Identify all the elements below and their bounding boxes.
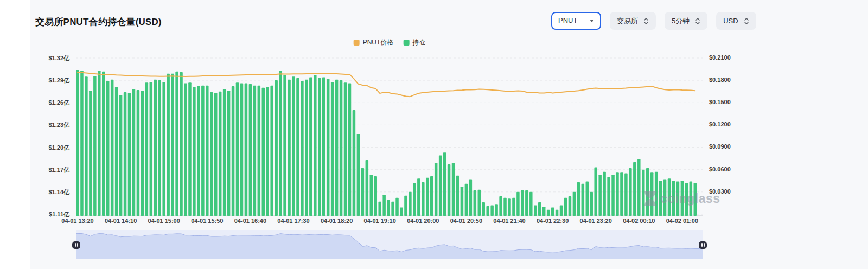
chart-canvas[interactable] bbox=[76, 54, 703, 216]
chart-plot-area[interactable] bbox=[76, 54, 703, 216]
oi-bar[interactable] bbox=[106, 81, 110, 216]
oi-bar[interactable] bbox=[620, 172, 623, 216]
oi-bar[interactable] bbox=[452, 163, 455, 216]
oi-bar[interactable] bbox=[409, 192, 412, 216]
oi-bar[interactable] bbox=[465, 184, 468, 216]
oi-bar[interactable] bbox=[560, 206, 563, 216]
oi-bar[interactable] bbox=[150, 82, 153, 216]
oi-bar[interactable] bbox=[219, 92, 222, 216]
oi-bar[interactable] bbox=[98, 71, 101, 216]
oi-bar[interactable] bbox=[633, 162, 636, 216]
oi-bar[interactable] bbox=[340, 80, 343, 216]
oi-bar[interactable] bbox=[141, 91, 144, 216]
range-navigator[interactable] bbox=[76, 230, 703, 259]
currency-select[interactable]: USD bbox=[716, 12, 756, 30]
oi-bar[interactable] bbox=[443, 152, 446, 216]
oi-bar[interactable] bbox=[426, 178, 429, 216]
oi-bar[interactable] bbox=[180, 72, 183, 216]
oi-bar[interactable] bbox=[573, 192, 576, 216]
oi-bar[interactable] bbox=[448, 164, 451, 216]
oi-bar[interactable] bbox=[474, 190, 477, 216]
oi-bar[interactable] bbox=[335, 80, 339, 216]
oi-bar[interactable] bbox=[503, 198, 507, 216]
oi-bar[interactable] bbox=[521, 190, 524, 216]
oi-bar[interactable] bbox=[616, 172, 619, 216]
oi-bar[interactable] bbox=[395, 198, 399, 216]
oi-bar[interactable] bbox=[663, 180, 667, 216]
oi-bar[interactable] bbox=[245, 84, 248, 216]
oi-bar[interactable] bbox=[305, 80, 308, 216]
oi-bar[interactable] bbox=[132, 89, 136, 216]
oi-bar[interactable] bbox=[292, 76, 295, 216]
interval-select[interactable]: 5分钟 bbox=[665, 12, 707, 30]
oi-bar[interactable] bbox=[582, 184, 585, 216]
oi-bar[interactable] bbox=[685, 183, 688, 216]
oi-bar[interactable] bbox=[694, 183, 697, 216]
oi-bar[interactable] bbox=[154, 80, 157, 216]
oi-bar[interactable] bbox=[318, 78, 321, 216]
oi-bar[interactable] bbox=[469, 180, 473, 216]
oi-bar[interactable] bbox=[577, 182, 580, 216]
oi-bar[interactable] bbox=[435, 163, 438, 216]
oi-bar[interactable] bbox=[184, 84, 187, 216]
oi-bar[interactable] bbox=[223, 89, 226, 216]
oi-bar[interactable] bbox=[646, 168, 649, 216]
oi-bar[interactable] bbox=[119, 95, 123, 216]
oi-bar[interactable] bbox=[348, 84, 352, 216]
legend-item-price[interactable]: PNUT价格 bbox=[354, 38, 394, 47]
navigator-canvas[interactable] bbox=[76, 230, 703, 259]
oi-bar[interactable] bbox=[681, 181, 684, 216]
oi-bar[interactable] bbox=[461, 187, 464, 216]
oi-bar[interactable] bbox=[456, 176, 459, 216]
legend-item-oi[interactable]: 持仓 bbox=[403, 38, 425, 47]
oi-bar[interactable] bbox=[240, 84, 244, 216]
oi-bar[interactable] bbox=[603, 172, 606, 216]
oi-bar[interactable] bbox=[137, 90, 140, 216]
oi-bar[interactable] bbox=[642, 170, 645, 216]
oi-bar[interactable] bbox=[382, 195, 386, 216]
oi-bar[interactable] bbox=[624, 174, 628, 216]
oi-bar[interactable] bbox=[357, 134, 360, 216]
oi-bar[interactable] bbox=[262, 88, 265, 216]
oi-bar[interactable] bbox=[309, 78, 312, 216]
oi-bar[interactable] bbox=[301, 81, 304, 216]
oi-bar[interactable] bbox=[482, 202, 485, 216]
oi-bar[interactable] bbox=[258, 86, 261, 216]
oi-bar[interactable] bbox=[672, 181, 675, 216]
oi-bar[interactable] bbox=[227, 91, 231, 216]
oi-bar[interactable] bbox=[490, 206, 494, 216]
oi-bar[interactable] bbox=[145, 82, 149, 216]
symbol-combobox[interactable]: PNUT bbox=[551, 12, 601, 30]
exchange-select[interactable]: 交易所 bbox=[610, 12, 656, 30]
oi-bar[interactable] bbox=[611, 175, 615, 216]
oi-bar[interactable] bbox=[478, 190, 481, 216]
oi-bar[interactable] bbox=[214, 93, 218, 216]
oi-bar[interactable] bbox=[162, 82, 165, 216]
oi-bar[interactable] bbox=[629, 168, 632, 216]
oi-bar[interactable] bbox=[275, 80, 278, 216]
oi-bar[interactable] bbox=[366, 160, 369, 216]
oi-bar[interactable] bbox=[361, 168, 365, 216]
oi-bar[interactable] bbox=[128, 93, 131, 216]
oi-bar[interactable] bbox=[556, 210, 559, 216]
oi-bar[interactable] bbox=[102, 72, 105, 216]
oi-bar[interactable] bbox=[400, 208, 403, 216]
oi-bar[interactable] bbox=[232, 86, 235, 216]
navigator-handle-left[interactable] bbox=[72, 241, 80, 249]
oi-bar[interactable] bbox=[413, 183, 416, 216]
oi-bar[interactable] bbox=[210, 92, 213, 216]
oi-bar[interactable] bbox=[85, 76, 88, 216]
oi-bar[interactable] bbox=[296, 78, 299, 216]
oi-bar[interactable] bbox=[495, 204, 498, 216]
oi-bar[interactable] bbox=[80, 71, 84, 216]
oi-bar[interactable] bbox=[378, 202, 381, 216]
oi-bar[interactable] bbox=[659, 181, 662, 216]
oi-bar[interactable] bbox=[279, 71, 282, 216]
oi-bar[interactable] bbox=[564, 198, 567, 216]
oi-bar[interactable] bbox=[188, 82, 192, 216]
oi-bar[interactable] bbox=[551, 208, 554, 216]
price-line[interactable] bbox=[78, 72, 695, 97]
oi-bar[interactable] bbox=[76, 70, 79, 216]
oi-bar[interactable] bbox=[387, 200, 390, 216]
oi-bar[interactable] bbox=[690, 182, 693, 216]
